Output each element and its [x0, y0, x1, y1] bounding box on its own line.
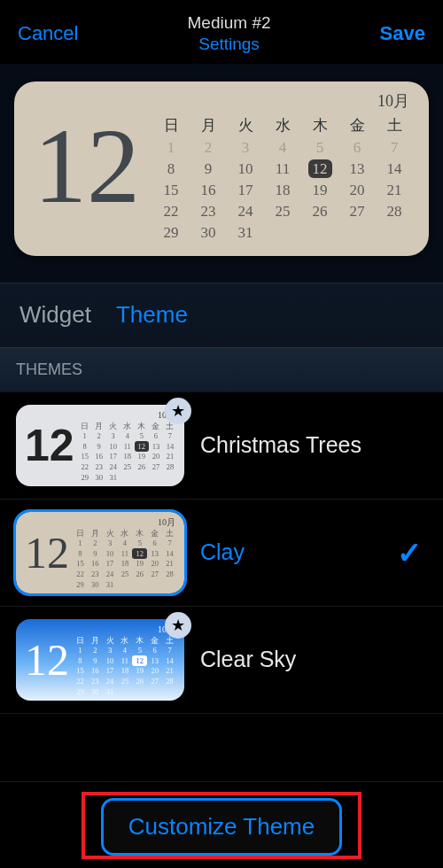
- calendar-day: 6: [338, 137, 376, 159]
- section-header-themes: THEMES: [0, 347, 443, 392]
- theme-row-trees[interactable]: 1210月日月火水木金土1234567891011121314151617181…: [0, 392, 443, 500]
- theme-list: 1210月日月火水木金土1234567891011121314151617181…: [0, 392, 443, 714]
- calendar-day: 21: [376, 180, 413, 201]
- calendar-day: 24: [227, 201, 264, 222]
- calendar-dow: 火: [227, 113, 264, 137]
- calendar-day: 26: [301, 201, 338, 222]
- calendar-day: 8: [152, 159, 190, 180]
- calendar-day: 5: [301, 137, 338, 159]
- calendar-day: 15: [152, 180, 190, 201]
- calendar-day: 18: [264, 180, 301, 201]
- calendar-dow: 日: [152, 113, 190, 137]
- tab-widget[interactable]: Widget: [19, 301, 91, 329]
- theme-thumbnail: 1210月日月火水木金土1234567891011121314151617181…: [16, 512, 184, 593]
- theme-thumbnail: 1210月日月火水木金土1234567891011121314151617181…: [16, 619, 184, 701]
- header: Cancel Medium #2 Settings Save: [0, 0, 443, 64]
- calendar-day: 25: [264, 201, 301, 222]
- calendar-day: [338, 222, 376, 244]
- calendar-dow: 月: [190, 113, 227, 137]
- save-button[interactable]: Save: [380, 22, 425, 45]
- checkmark-icon: ✓: [397, 535, 427, 570]
- calendar-dow: 木: [301, 113, 338, 137]
- calendar-day: 20: [338, 180, 376, 201]
- calendar-day: 17: [227, 180, 264, 201]
- calendar-dow: 金: [338, 113, 376, 137]
- theme-label: Clear Sky: [200, 647, 427, 672]
- calendar-day: [264, 222, 301, 244]
- footer: Customize Theme: [0, 781, 443, 856]
- calendar-day: 30: [190, 222, 227, 244]
- header-title: Medium #2: [78, 12, 379, 34]
- calendar-day: 29: [152, 222, 190, 244]
- widget-big-day: 12: [30, 113, 144, 220]
- calendar-dow: 水: [264, 113, 301, 137]
- tab-theme[interactable]: Theme: [116, 301, 188, 329]
- cancel-button[interactable]: Cancel: [18, 22, 78, 45]
- calendar-day: [376, 222, 413, 244]
- calendar-day: 10: [227, 159, 264, 180]
- calendar-day: 1: [152, 137, 190, 159]
- calendar-day: 9: [190, 159, 227, 180]
- calendar-day: 28: [376, 201, 413, 222]
- star-icon: ★: [165, 398, 191, 424]
- calendar-day: 13: [338, 159, 376, 180]
- calendar-grid: 日月火水木金土 12345678910111213141516171819202…: [152, 113, 413, 244]
- calendar-day: 11: [264, 159, 301, 180]
- calendar-day: 22: [152, 201, 190, 222]
- widget-calendar: 10月 日月火水木金土 1234567891011121314151617181…: [152, 90, 413, 244]
- calendar-dow: 土: [376, 113, 413, 137]
- calendar-day: 4: [264, 137, 301, 159]
- star-icon: ★: [165, 612, 191, 639]
- theme-thumbnail: 1210月日月火水木金土1234567891011121314151617181…: [16, 405, 184, 486]
- calendar-widget-card: 12 10月 日月火水木金土 1234567891011121314151617…: [14, 81, 429, 256]
- calendar-day: 27: [338, 201, 376, 222]
- calendar-day: 31: [227, 222, 264, 244]
- theme-label: Clay: [200, 539, 381, 565]
- calendar-day: 3: [227, 137, 264, 159]
- widget-preview: 12 10月 日月火水木金土 1234567891011121314151617…: [0, 64, 443, 283]
- customize-theme-button[interactable]: Customize Theme: [101, 798, 343, 856]
- calendar-day: 16: [190, 180, 227, 201]
- theme-label: Christmas Trees: [200, 432, 427, 458]
- calendar-day: 19: [301, 180, 338, 201]
- calendar-day: 7: [376, 137, 413, 159]
- theme-row-clay[interactable]: 1210月日月火水木金土1234567891011121314151617181…: [0, 500, 443, 607]
- header-titles: Medium #2 Settings: [78, 12, 379, 55]
- calendar-day: 2: [190, 137, 227, 159]
- widget-month-label: 10月: [152, 90, 413, 113]
- calendar-day: 23: [190, 201, 227, 222]
- header-subtitle: Settings: [78, 34, 379, 55]
- calendar-day: 14: [376, 159, 413, 180]
- tabs: Widget Theme: [0, 283, 443, 347]
- calendar-day: [301, 222, 338, 244]
- theme-row-sky[interactable]: 1210月日月火水木金土1234567891011121314151617181…: [0, 607, 443, 714]
- calendar-day: 12: [301, 159, 338, 180]
